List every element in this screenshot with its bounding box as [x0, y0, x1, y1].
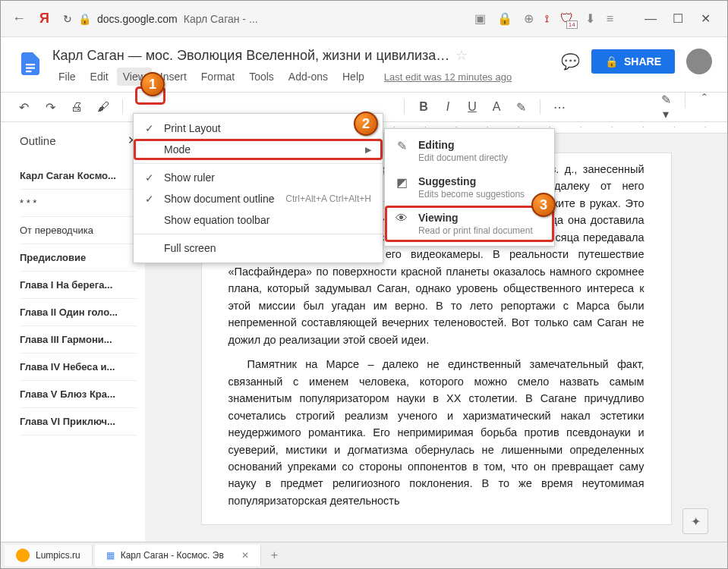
print-icon[interactable]: 🖨 [69, 100, 84, 114]
outline-item[interactable]: Глава II Один голо... [20, 299, 137, 326]
docs-logo-icon[interactable] [16, 45, 45, 83]
menu-icon[interactable]: ≡ [607, 12, 613, 26]
menu-equation-toolbar[interactable]: Show equation toolbar [134, 209, 383, 231]
mode-suggesting[interactable]: ◩ Suggesting Edits become suggestions [385, 169, 554, 206]
outline-item[interactable]: Глава V Блюз Кра... [20, 381, 137, 408]
mode-viewing[interactable]: 👁 Viewing Read or print final document [385, 206, 554, 242]
browser-logo-icon[interactable]: Я [39, 11, 49, 27]
docs-favicon: ▦ [106, 550, 115, 561]
paint-format-icon[interactable]: 🖌 [96, 100, 111, 114]
outline-item[interactable]: От переводчика [20, 217, 137, 244]
outline-item[interactable]: Глава III Гармони... [20, 326, 137, 354]
menu-addons[interactable]: Add-ons [282, 68, 334, 86]
last-edit-link[interactable]: Last edit was 12 minutes ago [384, 71, 512, 83]
translate-icon[interactable]: ⊕ [524, 11, 534, 26]
mode-editing[interactable]: ✎ Editing Edit document directly [385, 133, 554, 169]
browser-toolbar: ← Я ↻ 🔒 docs.google.com Карл Саган - ...… [1, 1, 727, 37]
menu-full-screen[interactable]: Full screen [134, 237, 383, 259]
share-button[interactable]: 🔒SHARE [591, 49, 675, 74]
undo-icon[interactable]: ↶ [16, 100, 31, 115]
mode-submenu: ✎ Editing Edit document directly ◩ Sugge… [384, 128, 555, 247]
redo-icon[interactable]: ↷ [43, 100, 58, 115]
checkmark-icon: ✓ [145, 171, 164, 184]
back-icon[interactable]: ← [12, 11, 26, 27]
taskbar-tab[interactable]: Lumpics.ru [5, 545, 93, 566]
menu-format[interactable]: Format [195, 68, 241, 86]
outline-item[interactable]: Глава I На берега... [20, 272, 137, 299]
suggest-icon: ◩ [394, 175, 409, 200]
taskbar-tab[interactable]: ▦Карл Саган - Космос. Эв✕ [95, 545, 261, 566]
avatar[interactable] [686, 49, 712, 74]
lock-icon: 🔒 [78, 13, 91, 25]
reload-icon[interactable]: ↻ [63, 13, 72, 25]
address-bar[interactable]: ↻ 🔒 docs.google.com Карл Саган - ... [63, 13, 258, 25]
url-title: Карл Саган - ... [184, 13, 258, 25]
docs-header: Карл Саган — мос. Эволюция Вселенной, жи… [1, 37, 727, 86]
new-tab-icon[interactable]: + [263, 549, 285, 562]
menubar: File Edit View Insert Format Tools Add-o… [52, 68, 553, 86]
menu-show-ruler[interactable]: ✓ Show ruler [134, 167, 383, 188]
bookmark-icon[interactable]: ▣ [474, 11, 486, 26]
tab-close-icon[interactable]: ✕ [241, 550, 249, 561]
os-taskbar: Lumpics.ru ▦Карл Саган - Космос. Эв✕ + [1, 542, 727, 568]
annotation-badge-1: 1 [140, 72, 165, 96]
view-dropdown-menu: ✓ Print Layout Mode ▶ ✓ Show ruler ✓ Sho… [133, 113, 383, 263]
menu-mode[interactable]: Mode ▶ [134, 139, 383, 160]
menu-show-outline[interactable]: ✓ Show document outline Ctrl+Alt+A Ctrl+… [134, 188, 383, 209]
paragraph[interactable]: Памятник на Марсе – далеко не единственн… [228, 356, 644, 509]
menu-file[interactable]: File [52, 68, 82, 86]
menu-edit[interactable]: Edit [84, 68, 115, 86]
outline-item[interactable]: * * * [20, 190, 137, 217]
adblock-icon[interactable]: 🛡14 [560, 11, 574, 27]
menu-tools[interactable]: Tools [243, 68, 280, 86]
menu-print-layout[interactable]: ✓ Print Layout [134, 118, 383, 139]
annotation-badge-2: 2 [354, 112, 378, 136]
document-title[interactable]: Карл Саган — мос. Эволюция Вселенной, жи… [52, 45, 553, 66]
outline-item[interactable]: Предисловие [20, 244, 137, 272]
outline-item[interactable]: Глава IV Небеса и... [20, 354, 137, 381]
url-domain: docs.google.com [97, 13, 178, 25]
collapse-icon[interactable]: ˆ [697, 93, 712, 121]
lock-icon: 🔒 [605, 55, 618, 68]
highlight-icon[interactable]: ✎ [513, 100, 528, 115]
explore-button[interactable]: ✦ [682, 508, 708, 534]
italic-icon[interactable]: I [440, 100, 455, 114]
outline-item[interactable]: Карл Саган Космо... [20, 162, 137, 190]
download-icon[interactable]: ⬇ [585, 11, 595, 26]
extension1-icon[interactable]: ⟟ [545, 13, 549, 25]
annotation-badge-3: 3 [531, 193, 556, 217]
submenu-arrow-icon: ▶ [365, 145, 371, 155]
outline-panel: Outline ✕ Карл Саган Космо... * * * От п… [1, 122, 145, 553]
outline-title: Outline [20, 134, 56, 147]
underline-icon[interactable]: U [465, 100, 480, 114]
bold-icon[interactable]: B [416, 100, 431, 114]
pencil-icon: ✎ [394, 139, 409, 163]
editing-mode-icon[interactable]: ✎ ▾ [658, 93, 673, 121]
comments-icon[interactable]: 💬 [561, 52, 580, 71]
menu-help[interactable]: Help [336, 68, 370, 86]
text-color-icon[interactable]: A [489, 100, 504, 114]
close-icon[interactable]: ✕ [695, 11, 716, 27]
checkmark-icon: ✓ [145, 193, 164, 205]
minimize-icon[interactable]: — [640, 11, 661, 27]
favicon [16, 549, 30, 562]
eye-icon: 👁 [394, 212, 409, 236]
outline-item[interactable]: Глава VI Приключ... [20, 408, 137, 435]
more-icon[interactable]: ⋯ [552, 100, 567, 115]
checkmark-icon: ✓ [145, 122, 164, 134]
maximize-icon[interactable]: ☐ [667, 11, 689, 27]
star-icon[interactable]: ☆ [455, 48, 468, 63]
reader-icon[interactable]: 🔒 [497, 11, 512, 26]
